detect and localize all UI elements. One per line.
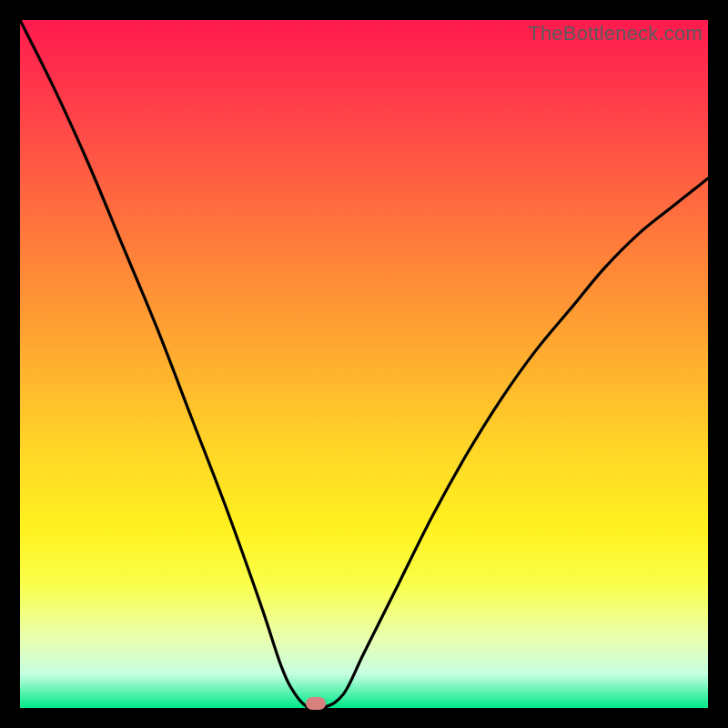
plot-area: TheBottleneck.com	[20, 20, 708, 708]
curve-path	[20, 20, 708, 708]
chart-frame: TheBottleneck.com	[0, 0, 728, 728]
bottleneck-curve	[20, 20, 708, 708]
optimal-point-marker	[306, 697, 326, 710]
